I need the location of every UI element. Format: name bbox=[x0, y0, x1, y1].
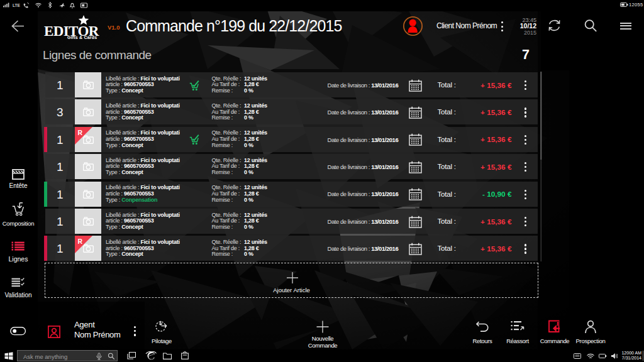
svg-text:LTE: LTE bbox=[13, 3, 20, 8]
